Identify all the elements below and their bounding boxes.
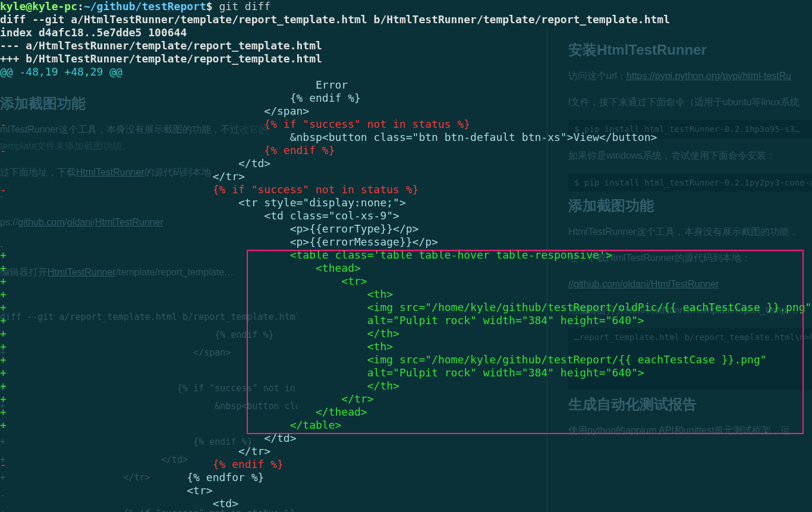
diff-context-line: </td> [0, 432, 297, 444]
diff-added-line: + </th> [0, 379, 399, 392]
diff-hunk-header: @@ -48,19 +48,29 @@ [0, 65, 122, 78]
diff-added-line: + alt="Pulpit rock" width="384" height="… [0, 366, 644, 379]
diff-minus-file: --- a/HtmlTestRunner/template/report_tem… [0, 39, 322, 52]
diff-index-line: index d4afc18..5e7dde5 100644 [0, 26, 187, 39]
diff-removed-line: - {% endif %} [0, 458, 284, 470]
diff-removed-line: - {% if "success" not in status %} [0, 118, 470, 130]
diff-context-line: &nbsp<button class="btn btn-default btn-… [0, 131, 657, 143]
terminal[interactable]: kyle@kyle-pc:~/github/testReport$ git di… [0, 0, 811, 510]
prompt-user: kyle@kyle-pc [0, 0, 77, 12]
prompt-colon: : [77, 0, 84, 12]
diff-removed-line: - {% endif %} [0, 144, 335, 156]
diff-added-line: + <table class='table table-hover table-… [0, 249, 612, 261]
diff-context-line: <p>{{errorMessage}}</p> [0, 235, 438, 248]
diff-context-line: <p>{{errorType}}</p> [0, 222, 418, 235]
diff-added-line: + <th> [0, 340, 393, 353]
diff-context-line: Error [0, 78, 348, 91]
diff-removed-line: - {% if "success" not in status %} [0, 183, 418, 196]
prompt-dollar: $ [206, 0, 213, 12]
diff-context-line: <td> [0, 497, 238, 510]
diff-plus-file: +++ b/HtmlTestRunner/template/report_tem… [0, 52, 322, 65]
diff-header-line: diff --git a/HtmlTestRunner/template/rep… [0, 13, 670, 26]
diff-added-line: + <img src="/home/kyle/github/testReport… [0, 353, 767, 366]
diff-context-line: <tr> [0, 484, 213, 497]
diff-added-line: + </thead> [0, 406, 367, 418]
diff-added-line: + alt="Pulpit rock" width="384" height="… [0, 314, 644, 326]
diff-context-line: <td class="col-xs-9"> [0, 209, 399, 222]
prompt-path: ~/github/testReport [84, 0, 206, 12]
diff-added-line: + <thead> [0, 262, 361, 274]
diff-context-line: </tr> [0, 170, 245, 183]
diff-added-line: + </tr> [0, 392, 374, 405]
diff-added-line: + </table> [0, 419, 341, 431]
terminal-output: kyle@kyle-pc:~/github/testReport$ git di… [0, 0, 811, 510]
diff-added-line: + <img src="/home/kyle/github/testReport… [0, 301, 811, 313]
diff-context-line: </tr> [0, 445, 270, 457]
diff-context-line: {% endif %} [0, 92, 361, 104]
command: git diff [213, 0, 271, 12]
diff-added-line: + </th> [0, 327, 399, 340]
diff-context-line: </span> [0, 105, 309, 117]
diff-context-line: </td> [0, 157, 270, 169]
diff-added-line: + <tr> [0, 275, 367, 287]
diff-context-line: {% endfor %} [0, 471, 264, 483]
diff-context-line: <tr style="display:none;"> [0, 196, 406, 209]
diff-added-line: + <th> [0, 288, 393, 300]
